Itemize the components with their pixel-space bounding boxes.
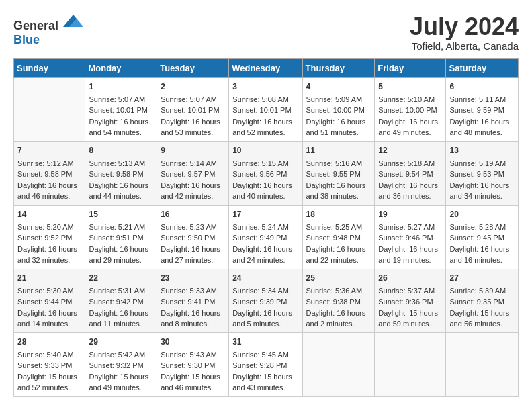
day-info: Sunrise: 5:42 AM [89, 349, 153, 361]
calendar-cell: 1Sunrise: 5:07 AMSunset: 10:01 PMDayligh… [85, 77, 157, 141]
day-info: Daylight: 15 hours and 46 minutes. [161, 371, 225, 394]
day-info: Sunrise: 5:18 AM [378, 158, 442, 169]
day-info: Sunrise: 5:30 AM [17, 285, 81, 297]
month-title: July 2024 [410, 13, 519, 40]
day-info: Sunrise: 5:10 AM [378, 94, 442, 105]
day-number: 6 [449, 81, 515, 93]
header-day-tuesday: Tuesday [157, 58, 229, 77]
day-info: Daylight: 16 hours and 5 minutes. [232, 308, 298, 330]
calendar-cell: 11Sunrise: 5:16 AMSunset: 9:55 PMDayligh… [302, 141, 375, 205]
day-number: 19 [378, 208, 442, 220]
day-info: Sunrise: 5:16 AM [306, 158, 371, 169]
day-info: Sunset: 9:58 PM [89, 169, 153, 180]
day-info: Daylight: 16 hours and 44 minutes. [89, 180, 153, 202]
day-info: Sunrise: 5:07 AM [161, 94, 225, 105]
calendar-cell: 31Sunrise: 5:45 AMSunset: 9:28 PMDayligh… [229, 332, 302, 396]
week-row-1: 1Sunrise: 5:07 AMSunset: 10:01 PMDayligh… [14, 77, 519, 141]
calendar-cell: 24Sunrise: 5:34 AMSunset: 9:39 PMDayligh… [229, 269, 302, 332]
day-info: Sunrise: 5:25 AM [306, 222, 371, 233]
day-info: Sunrise: 5:28 AM [449, 222, 515, 233]
day-number: 14 [17, 208, 81, 220]
calendar-cell: 23Sunrise: 5:33 AMSunset: 9:41 PMDayligh… [157, 269, 229, 332]
day-info: Daylight: 16 hours and 19 minutes. [378, 244, 442, 266]
calendar-cell: 27Sunrise: 5:39 AMSunset: 9:35 PMDayligh… [446, 269, 519, 332]
day-number: 28 [17, 336, 81, 348]
day-number: 24 [232, 272, 298, 284]
day-info: Sunset: 9:52 PM [17, 232, 81, 244]
day-info: Sunset: 9:50 PM [161, 232, 225, 244]
day-number: 12 [378, 144, 442, 156]
day-info: Daylight: 16 hours and 42 minutes. [161, 180, 225, 202]
day-info: Sunrise: 5:39 AM [449, 285, 515, 297]
day-info: Daylight: 16 hours and 22 minutes. [306, 244, 371, 266]
day-number: 16 [161, 208, 225, 220]
calendar-cell: 30Sunrise: 5:43 AMSunset: 9:30 PMDayligh… [157, 332, 229, 396]
page-header: General Blue July 2024 Tofield, Alberta,… [13, 13, 519, 52]
logo: General Blue [13, 13, 83, 47]
day-info: Sunset: 9:48 PM [306, 232, 371, 244]
day-info: Daylight: 16 hours and 49 minutes. [378, 116, 442, 138]
day-info: Sunrise: 5:15 AM [232, 158, 298, 169]
header-day-saturday: Saturday [446, 58, 519, 77]
calendar-cell: 2Sunrise: 5:07 AMSunset: 10:01 PMDayligh… [157, 77, 229, 141]
day-info: Daylight: 16 hours and 29 minutes. [89, 244, 153, 266]
week-row-5: 28Sunrise: 5:40 AMSunset: 9:33 PMDayligh… [14, 332, 519, 396]
day-number: 27 [449, 272, 515, 284]
calendar-cell: 5Sunrise: 5:10 AMSunset: 10:00 PMDayligh… [375, 77, 446, 141]
calendar-cell: 25Sunrise: 5:36 AMSunset: 9:38 PMDayligh… [302, 269, 375, 332]
day-info: Sunset: 9:32 PM [89, 360, 153, 371]
day-info: Sunset: 9:46 PM [378, 232, 442, 244]
day-info: Sunset: 9:59 PM [449, 105, 515, 116]
logo-blue: Blue [13, 33, 40, 46]
day-number: 2 [161, 81, 225, 93]
day-info: Sunrise: 5:33 AM [161, 285, 225, 297]
day-info: Sunset: 9:54 PM [378, 169, 442, 180]
week-row-4: 21Sunrise: 5:30 AMSunset: 9:44 PMDayligh… [14, 269, 519, 332]
day-info: Daylight: 16 hours and 54 minutes. [89, 116, 153, 138]
day-info: Sunrise: 5:23 AM [161, 222, 225, 233]
calendar-cell: 12Sunrise: 5:18 AMSunset: 9:54 PMDayligh… [375, 141, 446, 205]
day-info: Sunset: 9:58 PM [17, 169, 81, 180]
week-row-3: 14Sunrise: 5:20 AMSunset: 9:52 PMDayligh… [14, 205, 519, 269]
header-day-wednesday: Wednesday [229, 58, 302, 77]
calendar-cell [375, 332, 446, 396]
logo-general: General [13, 19, 58, 32]
day-info: Sunset: 10:01 PM [232, 105, 298, 116]
day-info: Daylight: 16 hours and 8 minutes. [161, 308, 225, 330]
title-block: July 2024 Tofield, Alberta, Canada [410, 13, 519, 52]
day-info: Sunset: 9:41 PM [161, 296, 225, 308]
calendar-cell: 18Sunrise: 5:25 AMSunset: 9:48 PMDayligh… [302, 205, 375, 269]
calendar-cell: 22Sunrise: 5:31 AMSunset: 9:42 PMDayligh… [85, 269, 157, 332]
day-number: 21 [17, 272, 81, 284]
day-info: Sunset: 9:55 PM [306, 169, 371, 180]
week-row-2: 7Sunrise: 5:12 AMSunset: 9:58 PMDaylight… [14, 141, 519, 205]
day-number: 11 [306, 144, 371, 156]
day-info: Sunset: 9:30 PM [161, 360, 225, 371]
calendar-header: SundayMondayTuesdayWednesdayThursdayFrid… [14, 58, 519, 77]
day-info: Sunrise: 5:08 AM [232, 94, 298, 105]
day-number: 22 [89, 272, 153, 284]
day-info: Sunrise: 5:36 AM [306, 285, 371, 297]
day-info: Sunrise: 5:11 AM [449, 94, 515, 105]
day-info: Sunset: 9:53 PM [449, 169, 515, 180]
day-number: 13 [449, 144, 515, 156]
location-title: Tofield, Alberta, Canada [410, 40, 519, 52]
day-info: Sunset: 10:01 PM [161, 105, 225, 116]
day-info: Daylight: 16 hours and 52 minutes. [232, 116, 298, 138]
day-number: 18 [306, 208, 371, 220]
calendar-cell: 29Sunrise: 5:42 AMSunset: 9:32 PMDayligh… [85, 332, 157, 396]
header-day-friday: Friday [375, 58, 446, 77]
day-info: Sunset: 9:38 PM [306, 296, 371, 308]
calendar-cell: 17Sunrise: 5:24 AMSunset: 9:49 PMDayligh… [229, 205, 302, 269]
day-number: 10 [232, 144, 298, 156]
day-info: Daylight: 15 hours and 59 minutes. [378, 308, 442, 330]
calendar-cell: 26Sunrise: 5:37 AMSunset: 9:36 PMDayligh… [375, 269, 446, 332]
day-info: Sunset: 9:45 PM [449, 232, 515, 244]
day-number: 30 [161, 336, 225, 348]
day-number: 15 [89, 208, 153, 220]
day-info: Sunset: 9:44 PM [17, 296, 81, 308]
day-info: Daylight: 16 hours and 27 minutes. [161, 244, 225, 266]
calendar-cell: 13Sunrise: 5:19 AMSunset: 9:53 PMDayligh… [446, 141, 519, 205]
day-info: Sunrise: 5:14 AM [161, 158, 225, 169]
day-info: Daylight: 16 hours and 51 minutes. [306, 116, 371, 138]
